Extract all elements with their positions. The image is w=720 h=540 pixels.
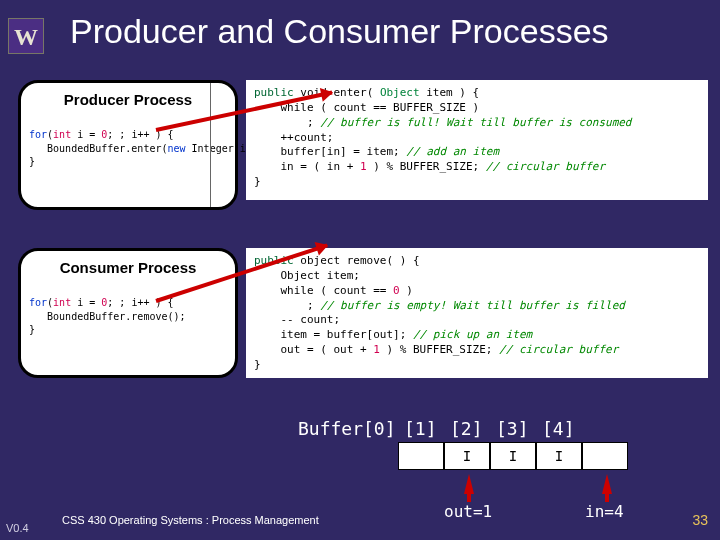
slide-title: Producer and Consumer Processes (70, 12, 609, 51)
remove-code-panel: public object remove( ) { Object item; w… (246, 248, 708, 378)
buffer-cell-4 (582, 442, 628, 470)
producer-label: Producer Process (21, 91, 235, 108)
page-number: 33 (692, 512, 708, 528)
consumer-panel: Consumer Process for(int i = 0; ; i++ ) … (18, 248, 238, 378)
buffer-cell-3: I (536, 442, 582, 470)
buffer-index-0: Buffer[0] (298, 418, 396, 439)
in-arrow-icon (602, 474, 612, 494)
buffer-index-1: [1] (404, 418, 437, 439)
consumer-code: for(int i = 0; ; i++ ) { BoundedBuffer.r… (29, 296, 186, 337)
consumer-label: Consumer Process (21, 259, 235, 276)
in-pointer-label: in=4 (585, 502, 624, 521)
out-arrow-icon (464, 474, 474, 494)
producer-panel: Producer Process for(int i = 0; ; i++ ) … (18, 80, 238, 210)
buffer-index-4: [4] (542, 418, 575, 439)
uw-logo-icon: W (8, 18, 44, 54)
buffer-cell-2: I (490, 442, 536, 470)
buffer-cells: I I I (398, 442, 628, 470)
out-pointer-label: out=1 (444, 502, 492, 521)
buffer-cell-1: I (444, 442, 490, 470)
buffer-index-3: [3] (496, 418, 529, 439)
buffer-cell-0 (398, 442, 444, 470)
footer-version: V0.4 (6, 522, 29, 534)
buffer-index-2: [2] (450, 418, 483, 439)
footer-course: CSS 430 Operating Systems : Process Mana… (62, 514, 319, 526)
divider (210, 83, 211, 207)
producer-code: for(int i = 0; ; i++ ) { BoundedBuffer.e… (29, 128, 264, 169)
